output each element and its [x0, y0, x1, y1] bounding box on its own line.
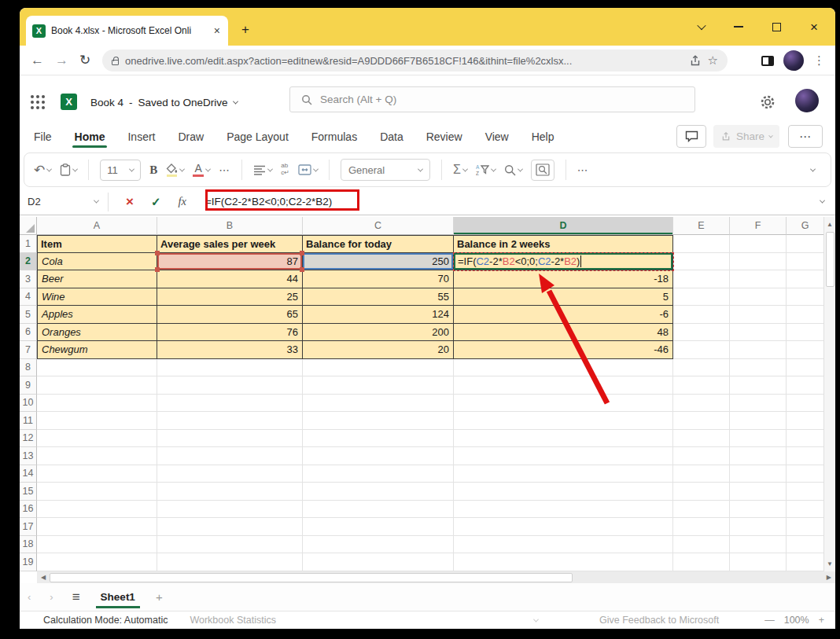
sheet-tab-sheet1[interactable]: Sheet1 — [99, 586, 137, 608]
cell-G3[interactable] — [787, 270, 824, 288]
chevron-down-icon[interactable] — [233, 99, 238, 105]
app-launcher-icon[interactable] — [31, 95, 34, 98]
cell-E13[interactable] — [673, 447, 730, 465]
cell-A1[interactable]: Item — [37, 235, 157, 253]
cell-A12[interactable] — [37, 430, 157, 448]
menu-tab-data[interactable]: Data — [379, 126, 404, 148]
vertical-scroll-thumb[interactable] — [826, 232, 834, 287]
cell-G2[interactable] — [787, 253, 824, 271]
cell-A7[interactable]: Chewgum — [37, 341, 157, 359]
settings-gear-icon[interactable] — [760, 94, 776, 113]
cell-B14[interactable] — [157, 465, 303, 483]
row-header-14[interactable]: 14 — [20, 465, 37, 483]
minimize-button[interactable] — [734, 26, 743, 28]
cell-F13[interactable] — [730, 447, 787, 465]
cell-B3[interactable]: 44 — [157, 270, 303, 288]
cell-G6[interactable] — [787, 324, 824, 342]
cell-F4[interactable] — [730, 288, 787, 307]
cell-G8[interactable] — [787, 359, 824, 377]
cell-F16[interactable] — [730, 501, 787, 519]
cell-E12[interactable] — [673, 430, 730, 448]
cell-D14[interactable] — [454, 465, 673, 483]
cell-C3[interactable]: 70 — [303, 270, 454, 288]
share-page-icon[interactable] — [689, 54, 702, 67]
cell-C17[interactable] — [303, 518, 454, 536]
cell-B11[interactable] — [157, 412, 303, 430]
chevron-down-icon[interactable] — [491, 166, 496, 171]
cell-E14[interactable] — [673, 465, 730, 483]
chevron-down-icon[interactable] — [313, 166, 319, 171]
menu-tab-file[interactable]: File — [33, 126, 53, 148]
align-button[interactable] — [253, 165, 272, 175]
cell-D18[interactable] — [454, 536, 673, 554]
sort-filter-button[interactable]: A Z — [476, 164, 496, 176]
cell-A5[interactable]: Apples — [37, 306, 157, 324]
cell-G4[interactable] — [787, 288, 824, 307]
insert-function-icon[interactable]: fx — [179, 195, 186, 208]
cell-G17[interactable] — [787, 518, 824, 536]
cell-E7[interactable] — [673, 341, 730, 359]
cell-E19[interactable] — [673, 553, 730, 571]
cell-C6[interactable]: 200 — [303, 324, 454, 342]
menu-tab-home[interactable]: Home — [74, 126, 106, 148]
row-header-16[interactable]: 16 — [20, 501, 37, 519]
bold-button[interactable]: B — [149, 163, 157, 177]
cell-B1[interactable]: Average sales per week — [157, 235, 303, 253]
comments-button[interactable] — [676, 125, 706, 148]
number-format-select[interactable]: General — [341, 159, 430, 181]
cell-D19[interactable] — [454, 553, 673, 571]
cell-C4[interactable]: 55 — [303, 288, 454, 307]
cell-G14[interactable] — [787, 465, 824, 483]
forward-icon[interactable]: → — [55, 53, 68, 68]
add-sheet-icon[interactable]: + — [156, 590, 163, 604]
cell-C10[interactable] — [303, 395, 454, 413]
cell-C15[interactable] — [303, 483, 454, 501]
row-header-17[interactable]: 17 — [20, 518, 37, 536]
cell-D8[interactable] — [454, 359, 673, 377]
paste-button[interactable] — [60, 163, 77, 176]
cell-F10[interactable] — [730, 395, 787, 413]
tab-search-chevron-icon[interactable] — [697, 21, 706, 30]
row-header-4[interactable]: 4 — [20, 288, 37, 307]
cell-G1[interactable] — [787, 235, 824, 253]
cell-A15[interactable] — [37, 483, 157, 501]
cell-B5[interactable]: 65 — [157, 306, 303, 324]
cell-E5[interactable] — [673, 306, 730, 324]
browser-menu-icon[interactable]: ⋮ — [813, 53, 826, 68]
cell-E11[interactable] — [673, 412, 730, 430]
row-header-3[interactable]: 3 — [20, 270, 37, 288]
row-header-2[interactable]: 2 — [20, 253, 37, 271]
maximize-button[interactable] — [772, 23, 781, 31]
cell-A16[interactable] — [37, 501, 157, 519]
cell-B13[interactable] — [157, 447, 303, 465]
cell-C14[interactable] — [303, 465, 454, 483]
row-header-11[interactable]: 11 — [20, 412, 37, 430]
row-header-7[interactable]: 7 — [20, 341, 37, 359]
browser-profile-avatar[interactable] — [783, 50, 804, 71]
sidepanel-icon[interactable] — [761, 56, 774, 66]
autosum-button[interactable]: Σ — [453, 163, 467, 177]
menu-tab-page-layout[interactable]: Page Layout — [226, 126, 289, 148]
back-icon[interactable]: ← — [31, 53, 44, 68]
column-header-F[interactable]: F — [730, 217, 787, 235]
row-header-19[interactable]: 19 — [20, 553, 37, 571]
cell-G9[interactable] — [787, 376, 824, 395]
cell-C7[interactable]: 20 — [303, 341, 454, 359]
bookmark-star-icon[interactable]: ☆ — [708, 53, 718, 68]
cell-F5[interactable] — [730, 306, 787, 324]
cell-B16[interactable] — [157, 501, 303, 519]
cell-D13[interactable] — [454, 447, 673, 465]
menu-tab-insert[interactable]: Insert — [127, 126, 156, 148]
find-button[interactable] — [504, 164, 522, 176]
font-size-select[interactable]: 11 — [100, 160, 141, 181]
scroll-down-icon[interactable]: ▼ — [827, 556, 833, 571]
cell-C2[interactable]: 250 — [303, 253, 454, 271]
wrap-text-button[interactable]: abc↵ — [281, 163, 289, 177]
browser-tab[interactable]: X Book 4.xlsx - Microsoft Excel Onli × — [26, 16, 228, 46]
name-box[interactable]: D2 — [20, 196, 108, 207]
cell-A11[interactable] — [37, 412, 157, 430]
cell-E16[interactable] — [673, 501, 730, 519]
column-header-D[interactable]: D — [454, 217, 673, 235]
cell-F17[interactable] — [730, 518, 787, 536]
status-chevron-icon[interactable] — [533, 616, 539, 622]
